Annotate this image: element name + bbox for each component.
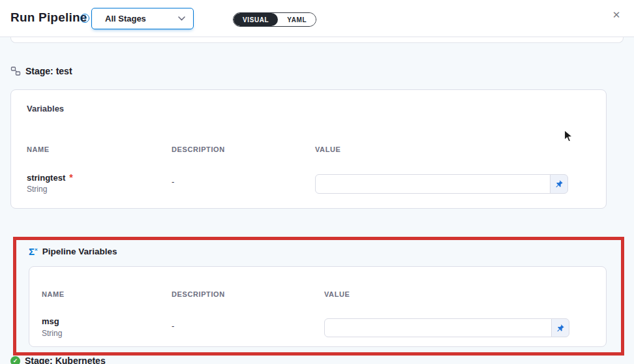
info-icon[interactable]: i	[80, 14, 89, 23]
pin-button[interactable]	[550, 174, 568, 194]
required-asterisk: *	[69, 172, 72, 183]
stage-selector-dropdown[interactable]: All Stages	[91, 8, 194, 29]
dialog-header: Run Pipeline i All Stages VISUAL YAML ✕	[0, 0, 634, 37]
stage-graph-icon	[10, 66, 21, 76]
variables-card-title: Variables	[27, 104, 64, 114]
stage-kubernetes-label: Stage: Kubernetes	[25, 356, 106, 364]
variables-card: Variables NAME DESCRIPTION VALUE stringt…	[10, 89, 607, 209]
variable-type: String	[27, 185, 47, 194]
scrolled-card-remnant	[10, 37, 624, 43]
tab-yaml[interactable]: YAML	[278, 13, 316, 26]
tab-visual[interactable]: VISUAL	[234, 13, 278, 26]
view-toggle: VISUAL YAML	[233, 12, 316, 27]
dialog-body: Stage: test Variables NAME DESCRIPTION V…	[0, 37, 634, 364]
close-icon[interactable]: ✕	[610, 8, 623, 22]
column-header-description: DESCRIPTION	[172, 145, 225, 153]
variable-description: -	[172, 177, 174, 187]
column-header-value: VALUE	[315, 145, 340, 153]
stage-test-section-header: Stage: test	[10, 66, 72, 76]
stage-selector-value: All Stages	[105, 14, 178, 23]
variable-name: stringtest*	[27, 172, 73, 183]
stringtest-value-input[interactable]	[315, 174, 551, 194]
thumbtack-icon	[554, 179, 564, 189]
column-header-name: NAME	[27, 145, 50, 153]
value-field-group	[315, 174, 568, 194]
page-title: Run Pipeline	[10, 10, 87, 25]
stage-test-label: Stage: test	[25, 66, 72, 76]
stage-kubernetes-section-header: ✓ Stage: Kubernetes	[10, 356, 106, 364]
red-highlight-annotation	[13, 237, 624, 356]
chevron-down-icon	[178, 16, 185, 21]
success-check-icon: ✓	[10, 356, 20, 364]
